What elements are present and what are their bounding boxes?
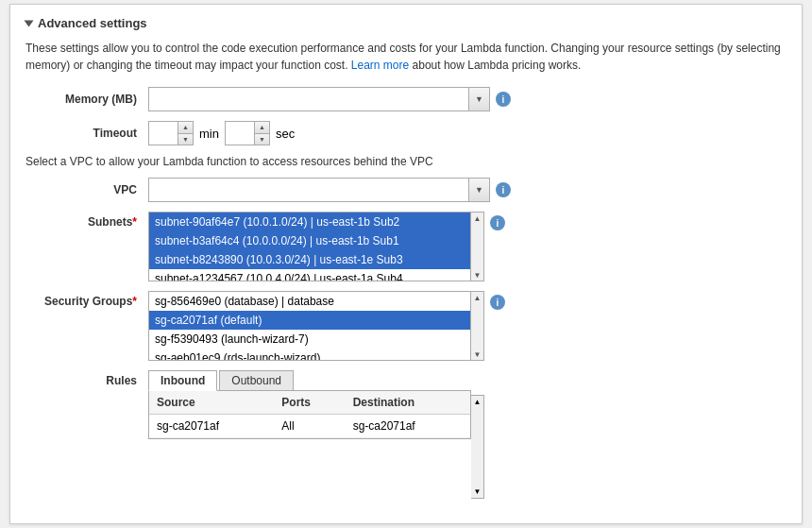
memory-label: Memory (MB) [25,93,148,106]
rule-destination: sg-ca2071af [346,415,470,438]
panel-title-text: Advanced settings [38,16,147,30]
timeout-sec-spinner-btns: ▲ ▼ [254,122,269,145]
subnets-row: Subnets subnet-90af64e7 (10.0.1.0/24) | … [25,212,787,281]
subnets-label: Subnets [25,212,148,229]
tab-inbound[interactable]: Inbound [148,370,217,391]
subnets-info-icon[interactable]: i [490,215,505,230]
rules-scroll-down[interactable]: ▼ [472,485,483,498]
memory-row: Memory (MB) 1536 ▼ i [25,87,787,111]
timeout-min-spinner: 0 ▲ ▼ [148,121,194,145]
vpc-input[interactable]: vpc-7fd2791a (10.0.0.0/16) | DemoVPC [148,178,469,202]
security-groups-listbox-wrap: sg-856469e0 (database) | database sg-ca2… [148,291,484,361]
vpc-dropdown-btn[interactable]: ▼ [469,178,490,202]
timeout-row: Timeout 0 ▲ ▼ min 30 ▲ ▼ sec [25,121,787,145]
rule-source: sg-ca2071af [149,415,274,438]
timeout-sec-down-btn[interactable]: ▼ [254,134,269,145]
memory-dropdown-btn[interactable]: ▼ [469,87,490,111]
sg-item-1[interactable]: sg-ca2071af (default) [149,311,470,330]
sg-scroll-down[interactable]: ▼ [472,349,483,360]
rules-label: Rules [25,370,148,387]
sec-label: sec [276,127,295,141]
subnet-item-3[interactable]: subnet-a1234567 (10.0.4.0/24) | us-east-… [149,269,470,281]
vpc-label: VPC [25,183,148,196]
subnets-listbox: subnet-90af64e7 (10.0.1.0/24) | us-east-… [148,212,471,281]
subnets-scrollbar: ▲ ▼ [471,212,484,281]
rules-scrollbar: ▲ ▼ [471,395,484,499]
table-row: sg-ca2071af All sg-ca2071af [149,415,470,438]
panel-description: These settings allow you to control the … [25,40,787,74]
sg-item-0[interactable]: sg-856469e0 (database) | database [149,292,470,311]
vpc-row: VPC vpc-7fd2791a (10.0.0.0/16) | DemoVPC… [25,178,787,202]
subnets-listbox-wrap: subnet-90af64e7 (10.0.1.0/24) | us-east-… [148,212,484,281]
rules-table-header-row: Source Ports Destination [149,391,470,415]
rules-tabs: Inbound Outbound [148,370,471,391]
col-header-destination: Destination [346,391,470,415]
timeout-sec-input[interactable]: 30 [226,122,254,145]
subnets-scroll-up[interactable]: ▲ [472,213,483,224]
subnet-item-2[interactable]: subnet-b8243890 (10.0.3.0/24) | us-east-… [149,250,470,269]
subnets-scroll-down[interactable]: ▼ [472,269,483,281]
rules-content: Inbound Outbound Source Ports Destinatio… [148,370,471,439]
memory-input[interactable]: 1536 [148,87,469,111]
rules-row: Rules Inbound Outbound Source Ports Dest… [25,370,787,499]
learn-more-link[interactable]: Learn more [351,59,409,72]
rules-table-container: Source Ports Destination sg-ca2071af All… [149,391,470,438]
timeout-label: Timeout [25,127,148,140]
subnet-item-1[interactable]: subnet-b3af64c4 (10.0.0.0/24) | us-east-… [149,231,470,250]
min-label: min [199,127,219,141]
security-groups-scrollbar: ▲ ▼ [471,291,484,361]
collapse-icon[interactable] [25,20,34,26]
timeout-min-down-btn[interactable]: ▼ [178,134,193,145]
vpc-info-icon[interactable]: i [496,182,511,197]
memory-select-control: 1536 ▼ [148,87,490,111]
security-groups-row: Security Groups sg-856469e0 (database) |… [25,291,787,361]
security-groups-listbox: sg-856469e0 (database) | database sg-ca2… [148,291,471,361]
col-header-ports: Ports [274,391,345,415]
col-header-source: Source [149,391,274,415]
timeout-min-up-btn[interactable]: ▲ [178,122,193,134]
rules-scroll-up[interactable]: ▲ [472,396,483,408]
tab-outbound[interactable]: Outbound [219,370,294,391]
timeout-sec-up-btn[interactable]: ▲ [254,122,269,134]
description-suffix: about how Lambda pricing works. [413,59,582,72]
rules-table-wrap: Source Ports Destination sg-ca2071af All… [148,390,471,439]
security-groups-label: Security Groups [25,291,148,308]
sg-item-3[interactable]: sg-aeb01ec9 (rds-launch-wizard) [149,349,470,361]
rule-ports: All [274,415,345,438]
sg-scroll-up[interactable]: ▲ [472,292,483,303]
panel-title-row: Advanced settings [25,16,787,30]
timeout-min-input[interactable]: 0 [149,122,178,145]
timeout-controls: 0 ▲ ▼ min 30 ▲ ▼ sec [148,121,295,145]
rules-table: Source Ports Destination sg-ca2071af All… [149,391,470,438]
sg-item-2[interactable]: sg-f5390493 (launch-wizard-7) [149,330,470,349]
vpc-section-description: Select a VPC to allow your Lambda functi… [25,155,787,168]
timeout-min-spinner-btns: ▲ ▼ [178,122,193,145]
vpc-select-control: vpc-7fd2791a (10.0.0.0/16) | DemoVPC ▼ [148,178,490,202]
subnet-item-0[interactable]: subnet-90af64e7 (10.0.1.0/24) | us-east-… [149,213,470,231]
advanced-settings-panel: Advanced settings These settings allow y… [9,4,803,524]
security-groups-info-icon[interactable]: i [490,295,505,310]
timeout-sec-spinner: 30 ▲ ▼ [225,121,270,145]
memory-info-icon[interactable]: i [496,92,511,107]
